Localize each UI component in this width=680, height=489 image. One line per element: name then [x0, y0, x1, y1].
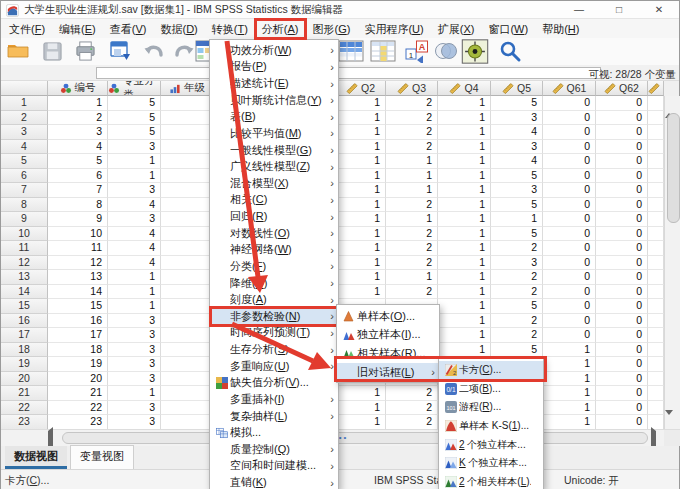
- data-cell[interactable]: 0: [596, 299, 648, 314]
- data-cell[interactable]: 4: [48, 140, 108, 155]
- row-number[interactable]: 21: [1, 386, 48, 401]
- data-cell[interactable]: [648, 372, 664, 387]
- data-cell[interactable]: [648, 125, 664, 140]
- menu-item[interactable]: 回归(R)›: [210, 208, 338, 225]
- data-cell[interactable]: 0: [596, 96, 648, 111]
- data-cell[interactable]: [161, 343, 214, 358]
- column-header-Q3[interactable]: Q3: [386, 81, 438, 96]
- data-cell[interactable]: 10: [48, 227, 108, 242]
- data-cell[interactable]: 20: [48, 372, 108, 387]
- data-cell[interactable]: 1: [438, 125, 491, 140]
- data-cell[interactable]: 0: [596, 241, 648, 256]
- row-number[interactable]: 7: [1, 183, 48, 198]
- data-cell[interactable]: 3: [108, 343, 161, 358]
- column-header-Q4[interactable]: Q4: [438, 81, 491, 96]
- row-number[interactable]: 18: [1, 343, 48, 358]
- menu-item[interactable]: 贝叶斯统计信息(Y)›: [210, 92, 338, 109]
- data-cell[interactable]: [648, 328, 664, 343]
- row-number[interactable]: 15: [1, 299, 48, 314]
- data-cell[interactable]: 1: [336, 386, 386, 401]
- data-cell[interactable]: [161, 285, 214, 300]
- data-cell[interactable]: 5: [491, 198, 543, 213]
- menubar-item[interactable]: 图形(G): [306, 20, 358, 38]
- data-cell[interactable]: 1: [438, 169, 491, 184]
- data-cell[interactable]: [161, 140, 214, 155]
- data-cell[interactable]: 12: [48, 256, 108, 271]
- data-cell[interactable]: 0: [596, 212, 648, 227]
- data-cell[interactable]: 0: [543, 125, 596, 140]
- data-cell[interactable]: [161, 386, 214, 401]
- menu-item[interactable]: 表(B)›: [210, 109, 338, 126]
- row-number[interactable]: 5: [1, 154, 48, 169]
- column-header[interactable]: [1, 81, 48, 96]
- row-number[interactable]: 6: [1, 169, 48, 184]
- value-labels-icon[interactable]: 1A: [403, 38, 431, 64]
- data-cell[interactable]: 1: [438, 198, 491, 213]
- menu-item[interactable]: 质量控制(Q)›: [210, 441, 338, 458]
- data-cell[interactable]: 1: [336, 285, 386, 300]
- data-cell[interactable]: [161, 111, 214, 126]
- data-cell[interactable]: 4: [491, 154, 543, 169]
- column-header[interactable]: [648, 81, 664, 96]
- data-cell[interactable]: 3: [491, 140, 543, 155]
- row-number[interactable]: 4: [1, 140, 48, 155]
- select-cases-icon[interactable]: [461, 38, 489, 64]
- data-cell[interactable]: 0: [543, 198, 596, 213]
- data-cell[interactable]: 2: [386, 386, 438, 401]
- row-number[interactable]: 12: [1, 256, 48, 271]
- data-cell[interactable]: 3: [491, 183, 543, 198]
- data-cell[interactable]: 1: [108, 386, 161, 401]
- data-cell[interactable]: 3: [108, 212, 161, 227]
- menu-item[interactable]: 刻度(A)›: [210, 291, 338, 308]
- data-cell[interactable]: 1: [108, 270, 161, 285]
- data-cell[interactable]: 17: [48, 328, 108, 343]
- menu-item[interactable]: 多重插补(I)›: [210, 391, 338, 408]
- menu-item[interactable]: 模拟...: [210, 424, 338, 441]
- column-header-Q5[interactable]: Q5: [491, 81, 543, 96]
- data-cell[interactable]: 0: [543, 212, 596, 227]
- data-cell[interactable]: 3: [108, 140, 161, 155]
- menubar-item[interactable]: 查看(V): [103, 20, 154, 38]
- data-cell[interactable]: 1: [386, 183, 438, 198]
- data-cell[interactable]: 1: [386, 212, 438, 227]
- data-cell[interactable]: [161, 183, 214, 198]
- row-number[interactable]: 19: [1, 357, 48, 372]
- data-cell[interactable]: 13: [48, 270, 108, 285]
- column-header-年级[interactable]: 年级: [161, 81, 214, 96]
- data-cell[interactable]: 1: [438, 111, 491, 126]
- data-cell[interactable]: 1: [438, 140, 491, 155]
- data-cell[interactable]: 1: [386, 270, 438, 285]
- data-cell[interactable]: 1: [336, 212, 386, 227]
- data-cell[interactable]: 0: [596, 198, 648, 213]
- data-cell[interactable]: 22: [48, 401, 108, 416]
- menu-item[interactable]: 多重响应(U)›: [210, 358, 338, 375]
- menu-item[interactable]: 2 个独立样本...: [439, 435, 543, 454]
- menubar-item[interactable]: 窗口(W): [481, 20, 535, 38]
- data-cell[interactable]: [161, 125, 214, 140]
- row-number[interactable]: 11: [1, 241, 48, 256]
- data-cell[interactable]: 2: [491, 314, 543, 329]
- row-number[interactable]: 22: [1, 401, 48, 416]
- data-cell[interactable]: 9: [48, 212, 108, 227]
- data-cell[interactable]: 5: [108, 125, 161, 140]
- data-cell[interactable]: 1: [336, 198, 386, 213]
- data-cell[interactable]: 1: [438, 227, 491, 242]
- data-cell[interactable]: 5: [491, 299, 543, 314]
- menu-item[interactable]: 描述统计(E)›: [210, 75, 338, 92]
- data-cell[interactable]: 0: [596, 125, 648, 140]
- menubar-item[interactable]: 实用程序(U): [357, 20, 430, 38]
- data-cell[interactable]: 0: [543, 140, 596, 155]
- data-cell[interactable]: 0: [596, 386, 648, 401]
- data-cell[interactable]: [648, 111, 664, 126]
- data-cell[interactable]: 3: [108, 328, 161, 343]
- data-cell[interactable]: 5: [108, 111, 161, 126]
- menu-item[interactable]: 分类(F)›: [210, 258, 338, 275]
- data-cell[interactable]: 0: [596, 372, 648, 387]
- data-cell[interactable]: 1: [438, 299, 491, 314]
- close-button[interactable]: ✕: [639, 1, 679, 18]
- print-icon[interactable]: [71, 38, 99, 64]
- data-table-icon[interactable]: [369, 38, 397, 64]
- horizontal-scrollbar[interactable]: •••: [1, 429, 680, 446]
- column-header-Q62[interactable]: Q62: [596, 81, 648, 96]
- data-cell[interactable]: 1: [491, 212, 543, 227]
